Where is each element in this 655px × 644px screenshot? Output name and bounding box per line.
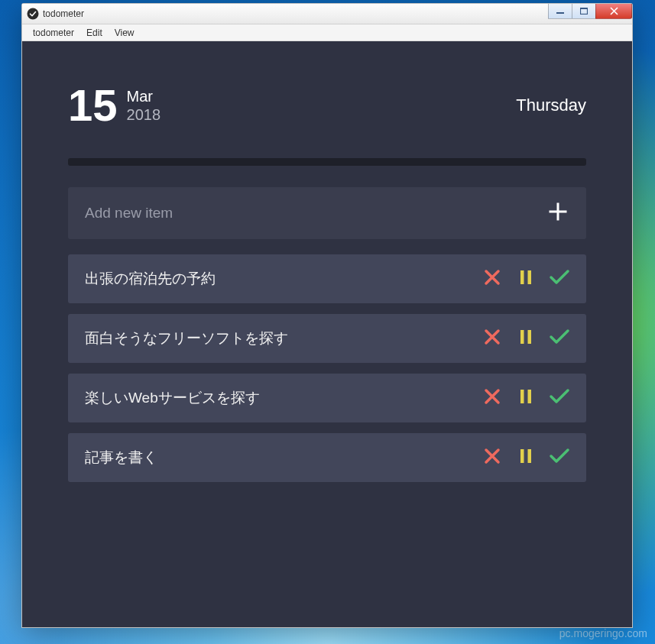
maximize-button[interactable]: [572, 4, 596, 19]
todo-actions: [482, 388, 569, 408]
pause-button[interactable]: [516, 269, 536, 289]
date-month-year: Mar 2018: [127, 87, 161, 124]
app-window: todometer todometer Edit View 15 Mar 201…: [21, 3, 633, 628]
svg-rect-7: [528, 330, 532, 344]
svg-point-0: [28, 8, 39, 20]
add-item-button[interactable]: [546, 202, 569, 225]
svg-rect-10: [520, 449, 524, 463]
add-item-row: [68, 187, 586, 239]
done-button[interactable]: [550, 448, 569, 468]
todo-item: 楽しいWebサービスを探す: [68, 374, 586, 422]
todo-text: 記事を書く: [85, 448, 482, 468]
date-day: 15: [68, 83, 118, 128]
delete-button[interactable]: [482, 328, 502, 348]
todo-text: 面白そうなフリーソフトを探す: [85, 328, 482, 348]
check-icon: [549, 447, 570, 468]
svg-rect-8: [520, 390, 524, 403]
menu-todometer[interactable]: todometer: [27, 26, 80, 40]
pause-icon: [518, 447, 533, 468]
pause-button[interactable]: [516, 328, 536, 348]
minimize-button[interactable]: [548, 4, 572, 19]
titlebar[interactable]: todometer: [22, 4, 632, 24]
app-icon: [27, 8, 39, 20]
todo-text: 楽しいWebサービスを探す: [85, 388, 482, 408]
delete-button[interactable]: [482, 448, 502, 468]
close-button[interactable]: [595, 4, 632, 19]
todo-actions: [482, 448, 569, 468]
date-month: Mar: [127, 87, 161, 105]
x-icon: [483, 268, 501, 290]
svg-rect-1: [556, 12, 564, 14]
app-content: 15 Mar 2018 Thursday 出張の宿泊先の予約面白そうなフリーソフ…: [22, 41, 632, 627]
todo-item: 出張の宿泊先の予約: [68, 254, 586, 303]
x-icon: [483, 387, 501, 409]
window-controls: [549, 4, 632, 19]
x-icon: [483, 447, 501, 468]
svg-rect-5: [528, 270, 532, 284]
delete-button[interactable]: [482, 388, 502, 408]
check-icon: [549, 268, 570, 290]
todo-item: 記事を書く: [68, 433, 586, 482]
check-icon: [549, 387, 570, 409]
date-header: 15 Mar 2018 Thursday: [68, 83, 586, 128]
todo-item: 面白そうなフリーソフトを探す: [68, 314, 586, 363]
pause-icon: [518, 387, 533, 409]
menubar: todometer Edit View: [22, 24, 632, 41]
watermark: pc.mogeringo.com: [559, 627, 647, 639]
window-title: todometer: [43, 8, 84, 19]
check-icon: [549, 328, 570, 349]
todo-actions: [482, 269, 569, 289]
done-button[interactable]: [550, 269, 569, 289]
date-year: 2018: [127, 105, 161, 124]
progress-bar: [68, 158, 586, 166]
svg-rect-4: [520, 270, 524, 284]
svg-rect-6: [520, 330, 524, 344]
svg-rect-9: [528, 390, 532, 403]
date-weekday: Thursday: [516, 95, 586, 115]
todo-actions: [482, 328, 569, 348]
done-button[interactable]: [550, 328, 569, 348]
done-button[interactable]: [550, 388, 569, 408]
pause-icon: [518, 268, 533, 290]
pause-button[interactable]: [516, 448, 536, 468]
todo-text: 出張の宿泊先の予約: [85, 269, 482, 289]
menu-edit[interactable]: Edit: [80, 26, 109, 40]
x-icon: [483, 328, 501, 349]
plus-icon: [548, 202, 568, 225]
pause-icon: [518, 328, 533, 349]
svg-rect-3: [580, 8, 588, 9]
menu-view[interactable]: View: [109, 26, 141, 40]
add-item-input[interactable]: [85, 205, 546, 222]
todo-list: 出張の宿泊先の予約面白そうなフリーソフトを探す楽しいWebサービスを探す記事を書…: [68, 254, 586, 482]
delete-button[interactable]: [482, 269, 502, 289]
date-left: 15 Mar 2018: [68, 83, 161, 128]
pause-button[interactable]: [516, 388, 536, 408]
svg-rect-11: [528, 449, 532, 463]
